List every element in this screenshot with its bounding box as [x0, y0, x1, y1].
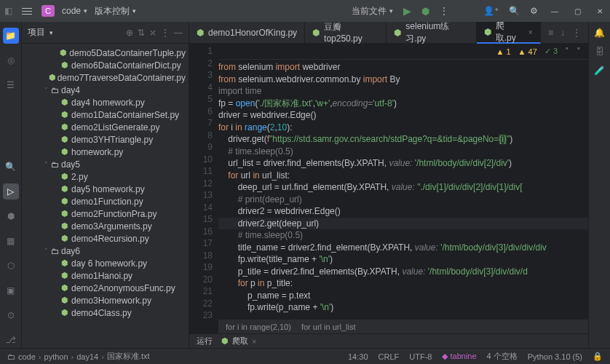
tree-item[interactable]: ⬢day 6 homework.py — [22, 257, 189, 269]
sci-icon[interactable]: 🧪 — [594, 66, 605, 76]
vcs-tool-icon[interactable]: ⎇ — [3, 332, 19, 348]
minimize-icon[interactable]: — — [548, 7, 561, 15]
project-tool-icon[interactable]: 📁 — [3, 28, 19, 44]
tree-item[interactable]: ⬢demo3Arguments.py — [22, 220, 189, 232]
code-line[interactable]: for p in p_title: — [218, 277, 588, 290]
maximize-icon[interactable]: ▢ — [571, 7, 584, 15]
tree-item[interactable]: ˅🗀day5 — [22, 158, 189, 170]
run-label[interactable]: 运行 — [197, 336, 213, 347]
tree-item[interactable]: ⬢demo2ListGenerate.py — [22, 121, 189, 133]
code-line[interactable]: # time.sleep(0.5) — [218, 229, 588, 242]
hamburger-icon[interactable] — [20, 4, 34, 18]
path-segment[interactable]: day14 — [76, 352, 98, 361]
expand-up-icon[interactable]: ˄ — [565, 47, 569, 56]
tree-item[interactable]: ˅🗀day4 — [22, 84, 189, 96]
tree-item[interactable]: ˅🗀day6 — [22, 245, 189, 257]
tree-item[interactable]: ⬢homework.py — [22, 146, 189, 158]
code-line[interactable]: from selenium import webdriver — [218, 61, 588, 74]
typo-indicator[interactable]: ✓ 3 — [544, 47, 558, 56]
code-line[interactable]: driver2 = webdriver.Edge() — [218, 205, 588, 218]
services-icon[interactable]: ⬡ — [3, 258, 19, 274]
collapse-icon[interactable]: ⤫ — [149, 28, 157, 38]
tree-item[interactable]: ⬢demo3YHTriangle.py — [22, 133, 189, 146]
expand-down-icon[interactable]: ˅ — [577, 47, 581, 56]
tree-item[interactable]: ⬢demo4Recursion.py — [22, 232, 189, 245]
code-content[interactable]: from selenium import webdriverfrom selen… — [218, 60, 588, 319]
structure-tool-icon[interactable]: ☰ — [3, 77, 19, 93]
code-line[interactable]: fp.write(p_name + '\n') — [218, 301, 588, 314]
breadcrumb-item[interactable]: for i in range(2,10) — [226, 323, 291, 331]
path-segment[interactable]: 国家标准.txt — [107, 351, 150, 362]
more-icon[interactable]: ⋮ — [440, 6, 448, 16]
tree-item[interactable]: ⬢day4 homework.py — [22, 96, 189, 108]
settings-icon[interactable]: ⚙ — [530, 6, 538, 16]
status-time[interactable]: 14:30 — [348, 352, 368, 361]
code-line[interactable]: # print(deep_url) — [218, 194, 588, 206]
project-dropdown[interactable]: code▾ — [62, 6, 87, 16]
code-line[interactable]: p_name = p.text — [218, 290, 588, 302]
problems-icon[interactable]: ⊙ — [3, 307, 19, 323]
notifications-icon[interactable]: 🔔 — [594, 28, 605, 38]
vcs-dropdown[interactable]: 版本控制▾ — [95, 5, 136, 17]
current-file-dropdown[interactable]: 当前文件▾ — [352, 5, 393, 17]
tree-item[interactable]: ⬢day5 homework.py — [22, 183, 189, 195]
code-line[interactable]: driver.get(f"https://std.samr.gov.cn/sea… — [218, 133, 588, 146]
split-down-icon[interactable]: ↓ — [561, 28, 565, 38]
status-python[interactable]: Python 3.10 (5) — [528, 352, 582, 361]
project-badge[interactable]: C — [41, 5, 55, 17]
editor-tab[interactable]: ⬢demo1HonorOfKing.py — [189, 22, 305, 44]
lock-icon[interactable]: 🔒 — [593, 352, 603, 361]
tree-item[interactable]: ⬢demo3Homework.py — [22, 294, 189, 306]
close-tab-icon[interactable]: × — [528, 28, 533, 36]
warning-indicator[interactable]: ▲ 47 — [518, 47, 537, 56]
tab-more-icon[interactable]: ⋮ — [572, 28, 581, 38]
terminal-icon[interactable]: ▣ — [3, 282, 19, 298]
minimize-sidebar-icon[interactable]: — — [174, 28, 183, 38]
search-icon[interactable]: 🔍 — [509, 6, 520, 16]
run-tool-icon[interactable]: ▷ — [3, 183, 19, 199]
code-line[interactable]: import time — [218, 85, 588, 98]
code-line[interactable]: p_title = driver2.find_elements(By.XPATH… — [218, 266, 588, 278]
commit-tool-icon[interactable]: ◎ — [3, 52, 19, 68]
packages-icon[interactable]: ▦ — [3, 233, 19, 249]
editor-tab[interactable]: ⬢selenium练习.py — [387, 22, 476, 44]
editor-tab[interactable]: ⬢豆瓣top250.py — [305, 22, 387, 44]
path-segment[interactable]: code — [18, 352, 36, 361]
tabnine-status[interactable]: ◆ tabnine — [442, 352, 476, 361]
code-line[interactable]: driver = webdriver.Edge() — [218, 109, 588, 122]
code-line[interactable]: driver2.get(deep_url) — [218, 218, 588, 230]
code-editor[interactable]: 1234567891011121314151617181920212223 ▲ … — [189, 44, 588, 333]
status-encoding[interactable]: UTF-8 — [409, 352, 432, 361]
code-line[interactable] — [218, 314, 588, 320]
close-run-icon[interactable]: × — [252, 337, 256, 346]
database-icon[interactable]: 🗄 — [595, 47, 604, 57]
tree-item[interactable]: ⬢demo7TraverseDataContainer.py — [22, 71, 189, 84]
path-segment[interactable]: python — [44, 352, 68, 361]
run-icon[interactable]: ▶ — [403, 5, 411, 17]
code-line[interactable]: fp.write(title_name + '\n') — [218, 253, 588, 266]
tree-item[interactable]: ⬢demo1DataContainerSet.py — [22, 108, 189, 121]
status-eol[interactable]: CRLF — [379, 352, 400, 361]
error-indicator[interactable]: ▲ 1 — [496, 47, 511, 56]
list-icon[interactable]: ≡ — [548, 28, 553, 38]
locate-icon[interactable]: ⊕ — [126, 28, 133, 38]
tree-item[interactable]: ⬢demo2AnonymousFunc.py — [22, 282, 189, 294]
tree-item[interactable]: ⬢demo1Hanoi.py — [22, 269, 189, 282]
tree-item[interactable]: ⬢demo1Function.py — [22, 195, 189, 207]
tree-item[interactable]: ⬢demo6DataContainerDict.py — [22, 59, 189, 71]
tree-item[interactable]: ⬢2.py — [22, 170, 189, 183]
chevron-down-icon[interactable]: ▾ — [49, 29, 53, 36]
code-line[interactable]: fp = open('./国家标准.txt','w+',encoding='ut… — [218, 98, 588, 110]
code-line[interactable]: deep_url = url.find_element(By.XPATH, va… — [218, 181, 588, 194]
editor-tab[interactable]: ⬢爬取.py× — [477, 22, 541, 44]
close-icon[interactable]: ✕ — [594, 7, 606, 15]
code-line[interactable]: # time.sleep(0.5) — [218, 146, 588, 158]
python-console-icon[interactable]: ⬢ — [3, 208, 19, 224]
code-line[interactable]: from selenium.webdriver.common.by import… — [218, 74, 588, 86]
status-indent[interactable]: 4 个空格 — [487, 351, 518, 362]
collab-icon[interactable]: 👤⁺ — [483, 6, 499, 16]
code-line[interactable]: url_list = driver.find_elements(By.XPATH… — [218, 157, 588, 170]
tree-item[interactable]: ⬢demo2FunctionPra.py — [22, 207, 189, 220]
navigation-breadcrumb[interactable]: 🗀code›python›day14›国家标准.txt — [7, 351, 150, 362]
tree-item[interactable]: ⬢demo5DataContainerTuple.py — [22, 47, 189, 59]
